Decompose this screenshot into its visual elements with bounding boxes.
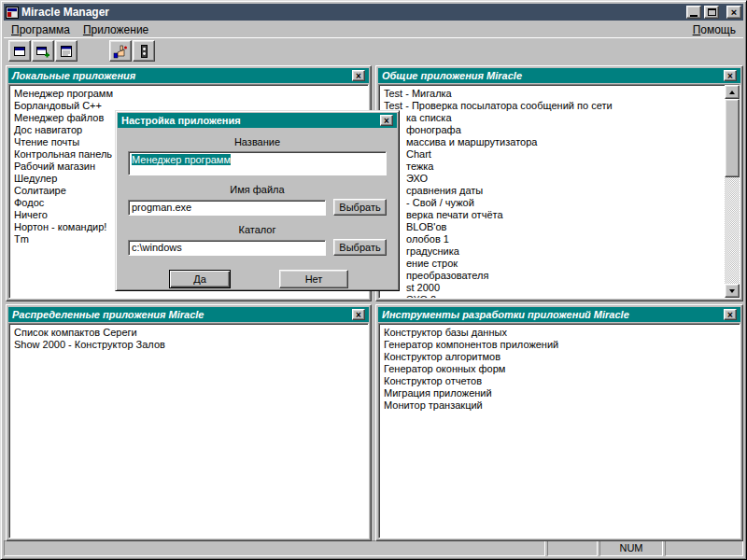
- list-item[interactable]: массива и маршрутизатора: [379, 136, 725, 148]
- file-input[interactable]: [128, 200, 326, 216]
- toolbar-domino-button[interactable]: [133, 40, 155, 62]
- panel-dev-tools-titlebar: Инструменты разработки приложений Miracl…: [378, 307, 740, 322]
- name-input[interactable]: Менеджер программ: [128, 151, 387, 175]
- close-icon: ×: [384, 117, 389, 125]
- panel-shared-apps-titlebar: Общие приложения Miracle ×: [378, 68, 740, 83]
- status-pane: [665, 540, 743, 556]
- menu-help[interactable]: Помощь: [686, 21, 742, 38]
- dir-input[interactable]: [128, 240, 326, 256]
- list-item[interactable]: верка печати отчёта: [379, 209, 725, 221]
- status-main-pane: [4, 540, 545, 556]
- list-item[interactable]: Test - Мигалка: [379, 88, 725, 100]
- dialog-close-button[interactable]: ×: [380, 115, 393, 126]
- minimize-button[interactable]: [686, 6, 701, 19]
- list-item[interactable]: BLOB'ов: [379, 221, 725, 233]
- list-item[interactable]: сравнения даты: [379, 185, 725, 197]
- close-icon: ×: [727, 72, 733, 80]
- domino-icon: [136, 44, 151, 59]
- panel-local-apps-titlebar: Локальные приложения ×: [8, 68, 369, 83]
- list-item[interactable]: Генератор оконных форм: [379, 363, 740, 375]
- toolbar-run-button[interactable]: [109, 40, 132, 62]
- list-item[interactable]: ЭХО 2: [379, 294, 725, 299]
- add-window-icon: [35, 44, 50, 59]
- panel-shared-apps-list: Test - МигалкаTest - Проверка посылатора…: [378, 84, 740, 299]
- scroll-down-button[interactable]: [725, 284, 740, 298]
- dir-label: Каталог: [118, 224, 397, 235]
- cancel-button[interactable]: Нет: [279, 270, 348, 288]
- new-window-icon: [12, 44, 27, 59]
- browse-dir-button[interactable]: Выбрать: [333, 239, 387, 256]
- panel-distributed-apps-list: Список компактов СерегиShow 2000 - Конст…: [8, 323, 369, 539]
- panel-title: Распределенные приложения Miracle: [12, 309, 204, 320]
- status-num-indicator: NUM: [599, 540, 663, 556]
- panel-title: Общие приложения Miracle: [382, 70, 522, 81]
- name-label: Название: [118, 136, 397, 147]
- list-item[interactable]: Генератор компонентов приложений: [379, 339, 740, 351]
- panel-title: Локальные приложения: [12, 70, 135, 81]
- list-item[interactable]: - Свой / чужой: [379, 197, 725, 209]
- panel-close-button[interactable]: ×: [724, 309, 737, 320]
- list-item[interactable]: Chart: [379, 148, 725, 161]
- dialog-title: Настройка приложения: [121, 115, 241, 126]
- close-icon: ×: [356, 311, 361, 319]
- panel-close-button[interactable]: ×: [724, 70, 737, 81]
- panel-distributed-apps-titlebar: Распределенные приложения Miracle ×: [8, 307, 369, 322]
- list-item[interactable]: Test - Проверка посылатора сообщений по …: [379, 100, 725, 112]
- dialog-titlebar: Настройка приложения ×: [118, 113, 397, 128]
- list-item[interactable]: Менеджер программ: [9, 88, 368, 100]
- app-icon: [6, 7, 19, 19]
- maximize-button[interactable]: [704, 6, 719, 19]
- panel-close-button[interactable]: ×: [352, 70, 365, 81]
- toolbar-add-button[interactable]: [32, 40, 54, 62]
- ok-button[interactable]: Да: [169, 270, 231, 288]
- list-item[interactable]: Show 2000 - Конструктор Залов: [9, 339, 368, 351]
- menu-program[interactable]: Программа: [5, 21, 77, 38]
- list-item[interactable]: олобов 1: [379, 233, 725, 245]
- list-item[interactable]: Конструктор отчетов: [379, 375, 740, 387]
- scroll-up-button[interactable]: [725, 85, 740, 99]
- panel-dev-tools-list: Конструктор базы данныхГенератор компоне…: [378, 323, 740, 539]
- list-item[interactable]: Миграция приложений: [379, 387, 740, 399]
- hand-icon: [113, 44, 128, 59]
- list-item[interactable]: ЭХО: [379, 173, 725, 185]
- list-item[interactable]: преобразователя: [379, 270, 725, 282]
- panel-distributed-apps: Распределенные приложения Miracle × Спис…: [6, 304, 372, 541]
- file-label: Имя файла: [118, 184, 397, 195]
- menu-bar: Программа Приложение Помощь: [4, 21, 743, 37]
- status-pane: [547, 540, 598, 556]
- arrow-up-icon: [729, 91, 735, 94]
- title-bar: Miracle Manager ×: [4, 4, 743, 21]
- list-item[interactable]: Монитор транзакций: [379, 399, 740, 412]
- list-item[interactable]: st 2000: [379, 282, 725, 294]
- window-title: Miracle Manager: [21, 6, 684, 19]
- list-item[interactable]: Список компактов Сереги: [9, 327, 368, 339]
- scrollbar-thumb[interactable]: [725, 99, 740, 177]
- toolbar: [4, 37, 743, 63]
- vertical-scrollbar[interactable]: [725, 85, 740, 298]
- browse-file-button[interactable]: Выбрать: [333, 199, 387, 216]
- toolbar-new-button[interactable]: [8, 40, 31, 62]
- panel-close-button[interactable]: ×: [352, 309, 365, 320]
- minimize-icon: [690, 15, 698, 17]
- panel-shared-apps: Общие приложения Miracle × Test - Мигалк…: [375, 65, 743, 301]
- list-item[interactable]: фонографа: [379, 124, 725, 136]
- list-item[interactable]: ка списка: [379, 112, 725, 124]
- close-icon: ×: [356, 72, 361, 80]
- close-button[interactable]: ×: [726, 6, 741, 19]
- close-icon: ×: [731, 7, 737, 17]
- panel-dev-tools: Инструменты разработки приложений Miracl…: [375, 304, 743, 541]
- list-item[interactable]: тежка: [379, 161, 725, 173]
- selected-text: Менеджер программ: [132, 154, 231, 165]
- list-item[interactable]: Конструктор базы данных: [379, 327, 740, 339]
- menu-application[interactable]: Приложение: [77, 21, 155, 38]
- list-item[interactable]: ение строк: [379, 258, 725, 270]
- list-item[interactable]: градусника: [379, 245, 725, 258]
- list-item[interactable]: Конструктор алгоритмов: [379, 351, 740, 363]
- close-icon: ×: [727, 311, 733, 319]
- toolbar-list-button[interactable]: [55, 40, 78, 62]
- maximize-icon: [708, 8, 716, 16]
- arrow-down-icon: [729, 289, 735, 293]
- panel-title: Инструменты разработки приложений Miracl…: [382, 309, 629, 320]
- list-window-icon: [59, 44, 74, 59]
- app-settings-dialog: Настройка приложения × Название Менеджер…: [115, 110, 400, 291]
